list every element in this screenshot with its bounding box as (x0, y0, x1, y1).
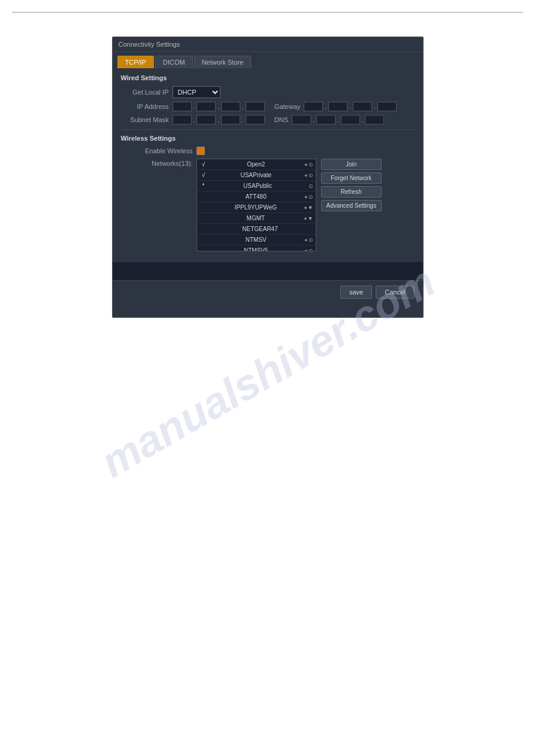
dns-octet-3[interactable] (341, 115, 360, 125)
networks-list[interactable]: √ Open2 ● ⊙ √ USAPrivate (197, 159, 316, 251)
enable-wireless-row: Enable Wireless (121, 147, 415, 155)
top-divider (12, 12, 523, 13)
wifi-icon: ⊙ (309, 183, 313, 189)
advanced-settings-button[interactable]: Advanced Settings (321, 200, 382, 211)
sm-octet-3[interactable] (221, 115, 240, 125)
dialog-body: Wired Settings Get Local IP DHCP Static … (113, 68, 423, 257)
gateway-label: Gateway (274, 103, 300, 110)
gw-octet-4[interactable] (377, 102, 397, 111)
sm-octet-4[interactable] (246, 115, 265, 125)
wifi-icon: ⊙ (309, 237, 313, 243)
refresh-button[interactable]: Refresh (321, 186, 382, 198)
wifi-icon: ⊙ (309, 248, 313, 252)
list-item[interactable]: √ USAPrivate ● ⊙ (197, 170, 316, 181)
list-item[interactable]: IPPL9YUPWeG ● ▼ (197, 202, 316, 213)
dialog-titlebar: Connectivity Settings (113, 37, 423, 52)
gw-octet-3[interactable] (353, 102, 372, 111)
ip-octet-1[interactable] (173, 102, 192, 111)
page: Connectivity Settings TCP/IP DICOM Netwo… (0, 0, 535, 756)
enable-wireless-label: Enable Wireless (121, 147, 193, 154)
signal-icon: ● (304, 248, 307, 252)
dialog-wrapper: Connectivity Settings TCP/IP DICOM Netwo… (0, 25, 535, 318)
subnet-mask-label: Subnet Mask (121, 116, 169, 123)
enable-wireless-checkbox[interactable] (197, 147, 205, 155)
signal-icon: ● (304, 162, 307, 168)
dns-octet-4[interactable] (365, 115, 384, 125)
dns-octet-2[interactable] (316, 115, 335, 125)
networks-list-container: √ Open2 ● ⊙ √ USAPrivate (197, 159, 316, 251)
tabs-bar: TCP/IP DICOM Network Store (113, 52, 423, 68)
get-local-ip-label: Get Local IP (121, 89, 169, 96)
signal-icon: ● (304, 205, 307, 211)
forget-network-button[interactable]: Forget Network (321, 172, 382, 184)
tab-dicom[interactable]: DICOM (155, 56, 193, 68)
ip-octet-4[interactable] (246, 102, 265, 111)
wifi-icon: ▼ (308, 215, 313, 221)
signal-icon: ● (304, 194, 307, 200)
ip-octet-2[interactable] (197, 102, 216, 111)
list-item[interactable]: NTMSV5 ● ⊙ (197, 245, 316, 251)
ip-address-row: IP Address . . . Gateway . (121, 102, 415, 111)
network-action-buttons: Join Forget Network Refresh Advanced Set… (321, 159, 382, 211)
join-button[interactable]: Join (321, 159, 382, 170)
wired-settings-title: Wired Settings (121, 74, 415, 81)
wifi-icon: ▼ (308, 205, 313, 211)
dns-label: DNS (274, 116, 288, 123)
sm-octet-2[interactable] (197, 115, 216, 125)
signal-icon: ● (304, 237, 307, 243)
networks-label: Networks(13): (121, 160, 193, 167)
cancel-button[interactable]: Cancel (376, 286, 414, 299)
ip-address-group: . . . (173, 102, 265, 111)
list-item[interactable]: NETGEAR47 (197, 224, 316, 235)
ip-octet-3[interactable] (221, 102, 240, 111)
subnet-mask-row: Subnet Mask . . . DNS . (121, 115, 415, 125)
dialog-footer-bar (113, 262, 423, 280)
tab-tcpip[interactable]: TCP/IP (117, 56, 154, 68)
section-divider (121, 129, 415, 130)
ip-address-label: IP Address (121, 103, 169, 110)
dialog-bottom: save Cancel (113, 280, 423, 303)
save-button[interactable]: save (340, 286, 372, 299)
list-item[interactable]: √ Open2 ● ⊙ (197, 159, 316, 170)
wifi-icon: ⊙ (309, 194, 313, 200)
get-local-ip-row: Get Local IP DHCP Static (121, 86, 415, 98)
gw-octet-1[interactable] (304, 102, 323, 111)
signal-icon: ● (304, 172, 307, 178)
sm-octet-1[interactable] (173, 115, 192, 125)
wifi-icon: ⊙ (309, 162, 313, 168)
wireless-settings-section: Wireless Settings Enable Wireless Networ… (121, 135, 415, 251)
dialog-title: Connectivity Settings (119, 41, 180, 48)
wireless-settings-title: Wireless Settings (121, 135, 415, 142)
tab-network-store[interactable]: Network Store (194, 56, 252, 68)
gw-octet-2[interactable] (328, 102, 347, 111)
list-item[interactable]: NTMSV ● ⊙ (197, 235, 316, 245)
gateway-group: . . . (304, 102, 396, 111)
list-item[interactable]: * USAPublic ⊙ (197, 181, 316, 192)
connectivity-settings-dialog: Connectivity Settings TCP/IP DICOM Netwo… (112, 37, 424, 318)
list-item[interactable]: ATT480 ● ⊙ (197, 192, 316, 202)
dns-octet-1[interactable] (292, 115, 311, 125)
networks-row: Networks(13): √ Open2 ● ⊙ (121, 159, 415, 251)
list-item[interactable]: MGMT ● ▼ (197, 213, 316, 224)
get-local-ip-select[interactable]: DHCP Static (173, 86, 220, 98)
wifi-icon: ⊙ (309, 172, 313, 178)
subnet-group: . . . (173, 115, 265, 125)
signal-icon: ● (304, 215, 307, 221)
dns-group: . . . (292, 115, 384, 125)
